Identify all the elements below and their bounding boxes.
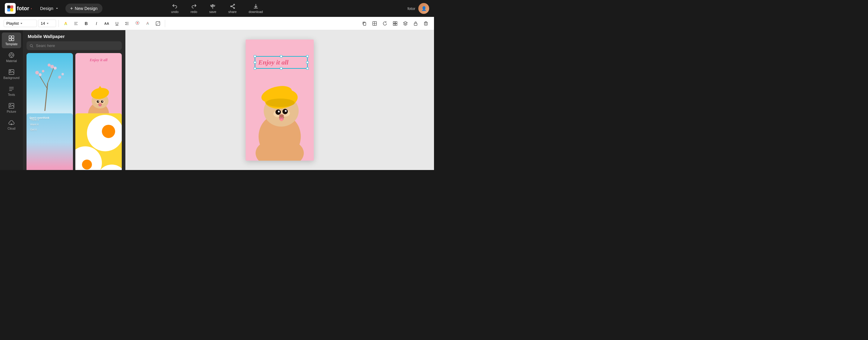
position-button[interactable] [370,19,379,28]
topbar: fotor · Design + New Design undo redo sa… [0,0,434,17]
svg-point-34 [54,67,57,70]
handle-tl[interactable] [254,55,256,58]
tpl1-text-block: Think it Want it Get it [30,117,69,132]
divider-2 [165,20,165,27]
delete-button[interactable] [421,19,430,28]
handle-mr[interactable] [306,61,309,64]
svg-line-30 [44,83,48,111]
search-input[interactable] [36,43,119,48]
svg-point-5 [234,4,235,5]
svg-rect-14 [396,22,397,23]
username-label: fotor [407,6,415,11]
font-family-select[interactable]: Playlist [4,20,37,27]
text-color-icon: A [64,21,67,26]
opacity-icon [156,21,160,26]
font-size-select[interactable]: 14 [38,20,56,27]
svg-rect-2 [7,8,10,11]
material-icon [8,52,15,59]
svg-point-53 [98,104,101,106]
sidebar-item-material[interactable]: Material [2,50,21,65]
copy-button[interactable] [360,19,369,28]
topbar-right: fotor 👤 [407,3,429,14]
save-icon [210,3,216,9]
tpl1-text: Think it Want it Get it [30,117,69,132]
sidebar-item-background[interactable]: Background [2,66,21,82]
canvas-area: Enjoy it all [125,30,434,170]
canvas-text-element[interactable]: Enjoy it all [255,56,308,69]
arrange-button[interactable] [391,19,400,28]
underline-button[interactable]: U [113,19,121,28]
svg-rect-3 [10,8,13,11]
handle-br[interactable] [306,67,309,70]
sidebar-icons: Template Material Background Texts Pictu… [0,30,23,170]
template-panel: Mobile Wallpaper [23,30,125,170]
template-card-1[interactable]: Think it Want it Get it [27,53,73,136]
svg-rect-22 [12,38,14,41]
svg-rect-20 [12,36,14,38]
svg-point-33 [50,65,54,68]
svg-point-7 [234,7,235,8]
svg-line-32 [38,74,48,89]
fontsize-button[interactable]: AA [102,19,111,28]
font-size-chevron-icon [46,22,49,25]
download-button[interactable]: download [246,2,265,15]
handle-tm[interactable] [280,55,282,58]
avatar[interactable]: 👤 [418,3,429,14]
canvas-card[interactable]: Enjoy it all [246,39,314,161]
svg-point-70 [278,111,280,113]
download-icon [253,3,259,9]
svg-rect-1 [10,5,13,8]
undo-button[interactable]: undo [169,2,181,15]
design-button[interactable]: Design [37,4,62,13]
text-effect-icon: A [146,21,149,26]
logo-dot: · [30,5,32,12]
redo-button[interactable]: redo [188,2,199,15]
svg-point-4 [212,4,213,5]
handle-bl[interactable] [254,67,256,70]
text-effect-button[interactable]: A [143,19,152,28]
sidebar-item-template[interactable]: Template [2,33,21,48]
spacing-button[interactable] [123,19,132,28]
rotate-button[interactable] [380,19,390,28]
sidebar-item-picture[interactable]: Picture [2,100,21,116]
italic-button[interactable]: I [92,19,101,28]
sidebar-item-texts[interactable]: Texts [2,83,21,99]
svg-rect-0 [7,5,10,8]
handle-ml[interactable] [254,61,256,64]
save-button[interactable]: save [207,2,218,15]
rotate-icon [382,21,387,26]
template-card-4[interactable] [75,113,122,170]
logo: fotor · [5,3,32,14]
align-button[interactable] [71,19,81,28]
lock-icon [413,21,418,26]
layers-button[interactable] [401,19,410,28]
svg-rect-11 [364,22,366,25]
search-icon [30,44,33,48]
handle-tr[interactable] [306,55,309,58]
svg-rect-15 [393,24,395,25]
handle-bm[interactable] [280,67,282,70]
arrange-icon [393,21,398,26]
fontsize-icon: AA [104,22,109,25]
branch-svg [27,53,69,111]
italic-icon: I [96,21,97,26]
share-button[interactable]: share [226,2,239,15]
underline-icon: U [116,21,119,26]
texts-icon [8,86,15,92]
text-fill-button[interactable] [133,19,142,28]
text-color-button[interactable]: A [61,19,70,28]
new-design-button[interactable]: + New Design [65,4,102,13]
cherry-blossom-bg [27,53,73,111]
canvas-wrapper: Enjoy it all [246,39,314,161]
delete-icon [424,21,428,26]
opacity-button[interactable] [153,19,162,28]
svg-point-71 [285,110,287,112]
sidebar-item-cloud[interactable]: Cloud [2,117,21,133]
svg-point-74 [280,119,283,121]
lock-button[interactable] [411,19,420,28]
wavy-svg [75,113,122,170]
align-icon [73,21,79,26]
bold-button[interactable]: B [82,19,91,28]
template-icon [8,35,15,41]
svg-rect-13 [393,22,395,23]
